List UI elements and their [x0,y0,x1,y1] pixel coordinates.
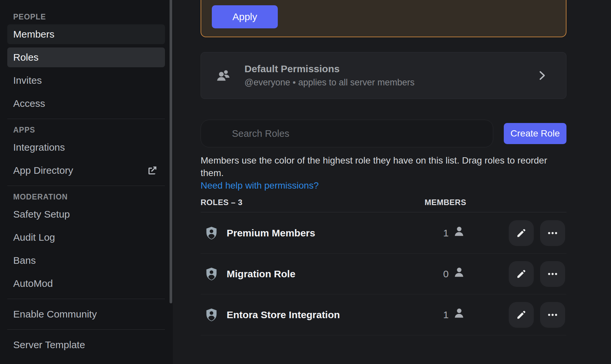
roles-count-header: ROLES – 3 [201,198,242,207]
more-dots-icon [547,309,559,321]
sidebar-item-access[interactable]: Access [7,94,165,113]
role-row[interactable]: Migration Role 0 [201,254,566,294]
role-row[interactable]: Entora Store Integration 1 [201,294,566,335]
member-count: 1 [435,309,449,320]
apply-button[interactable]: Apply [212,5,278,28]
sidebar-item-server-template[interactable]: Server Template [7,335,165,355]
member-person-icon [452,307,466,322]
member-count: 0 [435,268,449,280]
sidebar-item-label: AutoMod [13,278,53,289]
sidebar-item-label: Enable Community [13,309,97,319]
sidebar-item-label: App Directory [13,165,73,176]
members-column-header: MEMBERS [425,198,466,207]
create-role-button[interactable]: Create Role [504,123,566,144]
pencil-icon [516,310,527,320]
search-roles-input[interactable] [201,120,493,147]
sidebar-item-label: Roles [13,52,39,63]
role-name: Premium Members [227,228,315,239]
permissions-help-link[interactable]: Need help with permissions? [201,179,319,192]
pencil-icon [516,269,527,279]
sidebar-item-app-directory[interactable]: App Directory [7,161,165,180]
role-name: Entora Store Integration [227,309,340,320]
sidebar-item-label: Access [13,98,45,109]
sidebar-scrollbar-thumb[interactable] [170,0,172,303]
table-header-divider [201,212,566,212]
sidebar-section-header-apps: APPS [13,126,165,134]
sidebar-item-automod[interactable]: AutoMod [7,274,165,293]
sidebar-item-label: Invites [13,75,42,86]
settings-sidebar: PEOPLEMembersRolesInvitesAccessAPPSInteg… [0,0,173,364]
sidebar-item-roles[interactable]: Roles [7,47,165,67]
search-row: Create Role [201,120,566,147]
default-permissions-subtitle: @everyone • applies to all server member… [244,77,415,88]
edit-role-button[interactable] [509,261,534,287]
sidebar-section-header-moderation: MODERATION [13,193,165,201]
sidebar-item-label: Safety Setup [13,209,70,220]
sidebar-item-label: Bans [13,255,36,266]
sidebar-divider [7,299,165,299]
sidebar-item-label: Audit Log [13,232,55,243]
sidebar-divider [7,119,165,119]
role-shield-icon [205,266,218,282]
role-shield-icon [205,307,218,323]
role-shield-icon [205,225,218,241]
edit-role-button[interactable] [509,302,534,328]
member-count: 1 [435,228,449,239]
member-person-icon [452,266,466,282]
sidebar-item-invites[interactable]: Invites [7,71,165,90]
role-name: Migration Role [227,268,295,280]
sidebar-item-members[interactable]: Members [7,24,165,44]
roles-table-header: ROLES – 3 MEMBERS [201,198,566,207]
default-permissions-title: Default Permissions [244,63,415,75]
sidebar-item-enable-community[interactable]: Enable Community [7,304,165,324]
sidebar-item-label: Server Template [13,339,85,350]
sidebar-item-integrations[interactable]: Integrations [7,137,165,157]
people-icon [215,67,232,84]
more-options-button[interactable] [540,220,565,246]
pencil-icon [516,228,527,238]
default-permissions-texts: Default Permissions @everyone • applies … [244,63,415,88]
roles-help-block: Members use the color of the highest rol… [201,154,570,192]
more-dots-icon [547,268,559,280]
sidebar-section-header-people: PEOPLE [13,13,165,21]
external-link-icon [147,165,158,176]
sidebar-item-safety-setup[interactable]: Safety Setup [7,204,165,224]
sidebar-divider [7,186,165,186]
edit-role-button[interactable] [509,220,534,246]
roles-settings-main: Apply Default Permissions @everyone • ap… [173,0,611,364]
more-options-button[interactable] [540,261,565,287]
roles-list: Premium Members 1 [201,213,566,335]
member-person-icon [452,225,466,241]
role-members: 1 [435,213,466,253]
chevron-right-icon [536,70,548,81]
default-permissions-card[interactable]: Default Permissions @everyone • applies … [201,52,566,99]
more-dots-icon [547,227,559,239]
role-members: 1 [435,294,466,335]
sidebar-item-label: Members [13,29,54,40]
sidebar-item-label: Integrations [13,142,65,153]
role-members: 0 [435,254,466,294]
sidebar-divider [7,329,165,330]
sidebar-item-bans[interactable]: Bans [7,251,165,270]
role-row[interactable]: Premium Members 1 [201,213,566,254]
more-options-button[interactable] [540,302,565,328]
roles-help-text: Members use the color of the highest rol… [201,155,547,178]
unsaved-changes-box: Apply [201,0,566,37]
sidebar-item-audit-log[interactable]: Audit Log [7,228,165,247]
